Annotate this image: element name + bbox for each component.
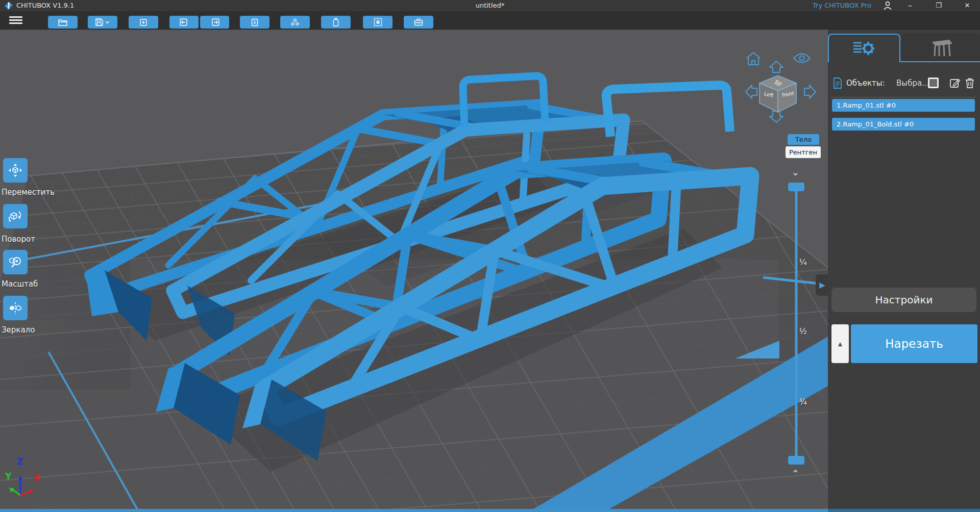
selected-label: Выбра... (896, 79, 929, 88)
slider-quarter-label: ¼ (795, 257, 811, 267)
supports-icon (928, 38, 953, 58)
move-tool-button[interactable] (3, 158, 28, 183)
rotate-up-arrow-icon[interactable] (768, 60, 785, 73)
slider-half-label: ½ (795, 326, 811, 336)
delete-icon[interactable] (965, 78, 975, 89)
slider-threequarter-label: ¾ (795, 397, 811, 406)
copy-icon (251, 18, 258, 27)
mirror-icon (8, 300, 23, 316)
objects-label: Объекты: (846, 79, 885, 88)
settings-button[interactable]: Настройки (831, 288, 976, 312)
chitubox-window: CHITUBOX V1.9.1 untitled* Try CHITUBOX P… (0, 0, 980, 512)
account-icon[interactable] (881, 0, 894, 11)
tab-supports[interactable] (901, 34, 980, 62)
build-plate-scene (0, 30, 828, 512)
undo-icon (180, 18, 189, 26)
move-icon (8, 163, 23, 178)
save-dropdown-chevron-icon[interactable] (105, 20, 110, 24)
minimize-button[interactable]: – (902, 0, 918, 11)
scale-tool-button[interactable] (3, 250, 28, 274)
detect-islands-button[interactable] (363, 16, 393, 29)
app-title: CHITUBOX V1.9.1 (16, 2, 74, 9)
add-model-button[interactable] (129, 16, 158, 29)
panel-collapse-arrow[interactable]: ▶ (816, 274, 828, 296)
toolbox-icon (414, 18, 423, 26)
rename-icon[interactable] (949, 78, 961, 89)
slice-button[interactable]: Нарезать (851, 324, 977, 363)
render-mode-xray-button[interactable]: Рентген (786, 146, 821, 158)
slice-settings-icon (852, 39, 876, 58)
visibility-eye-icon[interactable] (793, 52, 811, 65)
object-list-item[interactable]: 1.Ramp_01.stl #0 (832, 99, 975, 112)
axis-y-label: Y (5, 471, 11, 481)
bottom-strip (828, 509, 980, 512)
redo-button[interactable] (200, 16, 229, 29)
rotate-tool-label: Поворот (2, 235, 35, 244)
move-tool-label: Переместить (2, 188, 55, 197)
close-button[interactable]: ✕ (960, 0, 975, 11)
rotate-tool-button[interactable] (3, 204, 28, 228)
resin-vat-icon (333, 18, 339, 27)
objects-list-icon (833, 78, 842, 89)
clip-slider-top-handle[interactable] (788, 183, 804, 191)
scale-icon (8, 254, 23, 270)
undo-button[interactable] (169, 16, 199, 29)
redo-icon (210, 18, 219, 26)
open-file-icon (58, 18, 67, 27)
scale-tool-label: Масштаб (2, 279, 38, 289)
rotate-left-arrow-icon[interactable] (745, 84, 758, 100)
hollow-button[interactable] (280, 16, 310, 29)
axis-z-label: Z (17, 456, 23, 467)
mirror-tool-label: Зеркало (2, 325, 35, 335)
save-icon (95, 18, 103, 26)
title-bar: CHITUBOX V1.9.1 untitled* Try CHITUBOX P… (0, 0, 980, 11)
select-all-checkbox[interactable] (928, 78, 939, 88)
open-file-button[interactable] (48, 16, 78, 29)
render-mode-body-button[interactable]: Тело (788, 134, 819, 145)
objects-header: Объекты: Выбра... (828, 76, 980, 92)
try-pro-link[interactable]: Try CHITUBOX Pro (813, 2, 871, 9)
menu-button[interactable] (8, 15, 23, 26)
detect-islands-icon (374, 18, 382, 27)
main-toolbar (0, 11, 980, 30)
slice-stepper-button[interactable]: ▲ (831, 324, 849, 363)
toolbox-button[interactable] (404, 16, 433, 29)
tab-underline (900, 61, 980, 62)
copy-button[interactable] (240, 16, 270, 29)
chitubox-logo-icon (5, 2, 13, 10)
chevron-up-icon[interactable]: ⌃ (791, 470, 800, 477)
chevron-down-icon[interactable]: ⌄ (791, 168, 800, 175)
tab-slice-settings[interactable] (828, 34, 900, 62)
rotate-icon (8, 209, 23, 224)
clip-slider-bottom-handle[interactable] (788, 456, 804, 465)
object-list-item[interactable]: 2.Ramp_01_Bold.stl #0 (832, 118, 975, 131)
home-view-icon[interactable] (745, 50, 762, 67)
clip-slider[interactable] (786, 181, 806, 466)
mirror-tool-button[interactable] (3, 296, 28, 320)
resin-vat-button[interactable] (321, 16, 351, 29)
save-button[interactable] (88, 16, 117, 29)
settings-panel: Объекты: Выбра... 1.Ramp_01.stl #0 2.Ram… (828, 30, 980, 512)
build-plate-edge-strip (0, 509, 828, 512)
rotate-right-arrow-icon[interactable] (803, 84, 817, 100)
divider (831, 97, 977, 97)
viewport-3d[interactable]: Переместить Поворот Масштаб Зеркало Top … (0, 30, 828, 512)
add-model-icon (139, 18, 148, 27)
restore-button[interactable]: ❐ (931, 0, 946, 11)
axis-x-label: X (34, 473, 40, 483)
hollow-icon (290, 18, 300, 27)
